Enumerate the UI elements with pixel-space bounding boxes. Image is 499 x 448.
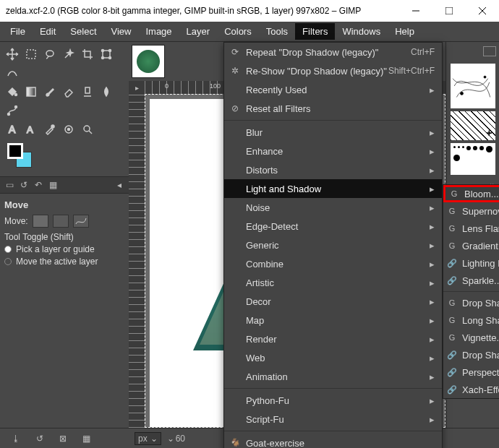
svg-point-7 — [102, 50, 104, 52]
radio-pick-layer[interactable]: Pick a layer or guide — [4, 244, 124, 254]
menu-item-combine[interactable]: Combine▸ — [224, 254, 442, 273]
ruler-vertical[interactable] — [129, 94, 145, 428]
submenu-item-sparkle[interactable]: 🔗Sparkle... — [443, 272, 499, 289]
menu-item-animation[interactable]: Animation▸ — [224, 367, 442, 386]
move-mode-path[interactable] — [73, 215, 89, 228]
brush-icon[interactable] — [41, 83, 59, 100]
color-swatches[interactable] — [7, 143, 33, 169]
menu-item-decor[interactable]: Decor▸ — [224, 292, 442, 311]
menu-item-reset-all-filters[interactable]: ⊘Reset all Filters — [224, 99, 442, 118]
minimize-button[interactable] — [399, 0, 432, 22]
menu-item-web[interactable]: Web▸ — [224, 348, 442, 367]
menu-colors[interactable]: Colors — [217, 23, 259, 40]
transform-icon[interactable] — [98, 46, 115, 63]
submenu-item-lighting-effects[interactable]: 🔗Lighting Effects... — [443, 254, 499, 272]
submenu-item-perspective[interactable]: 🔗Perspective... — [443, 363, 499, 381]
menu-item-python-fu[interactable]: Python-Fu▸ — [224, 391, 442, 410]
radio-move-active[interactable]: Move the active layer — [4, 257, 124, 267]
status-save-icon[interactable]: ⭳ — [12, 434, 20, 444]
submenu-item-vignette[interactable]: GVignette... — [443, 329, 499, 346]
menu-item-render[interactable]: Render▸ — [224, 329, 442, 348]
menu-item-edge-detect[interactable]: Edge-Detect▸ — [224, 217, 442, 236]
menu-item-distorts[interactable]: Distorts▸ — [224, 160, 442, 179]
gegl-icon: G — [449, 189, 459, 198]
gradient-icon[interactable] — [22, 83, 40, 100]
menu-filters[interactable]: Filters — [295, 23, 335, 40]
close-button[interactable] — [466, 0, 499, 22]
submenu-item-xach-effect[interactable]: 🔗Xach-Effect... — [443, 381, 499, 398]
menu-edit[interactable]: Edit — [33, 23, 63, 40]
menu-layer[interactable]: Layer — [179, 23, 218, 40]
chevron-right-icon: ▸ — [430, 240, 435, 251]
tab-tool-options-icon[interactable]: ▭ — [3, 178, 16, 191]
pattern-preview[interactable]: + — [451, 111, 495, 140]
chevron-right-icon: ▸ — [430, 221, 435, 232]
move-mode-selection[interactable] — [53, 215, 69, 228]
menu-windows[interactable]: Windows — [335, 23, 388, 40]
menu-tools[interactable]: Tools — [259, 23, 295, 40]
image-tab-thumb[interactable] — [132, 45, 165, 78]
picker-icon[interactable] — [41, 121, 59, 138]
tab-images-icon[interactable]: ▦ — [46, 178, 59, 191]
menu-item-recently-used[interactable]: Recently Used▸ — [224, 80, 442, 99]
clone-icon[interactable] — [79, 83, 96, 100]
chevron-right-icon: ▸ — [430, 315, 435, 326]
bucket-icon[interactable] — [4, 83, 21, 100]
tab-undo-icon[interactable]: ↶ — [32, 178, 45, 191]
submenu-item-drop-shadow-legacy[interactable]: 🔗Drop Shadow (legacy)... — [443, 346, 499, 363]
smudge-icon[interactable] — [98, 83, 115, 100]
menu-item-goat-exercise[interactable]: 🐐Goat-exercise — [224, 434, 442, 448]
menu-item-light-and-shadow[interactable]: Light and Shadow▸ — [224, 179, 442, 198]
menu-select[interactable]: Select — [63, 23, 103, 40]
submenu-item-lens-flare[interactable]: GLens Flare... — [443, 220, 499, 237]
zoom-icon[interactable] — [79, 121, 96, 138]
svg-point-22 — [460, 92, 463, 95]
fg-color-swatch[interactable] — [7, 143, 23, 159]
menu-help[interactable]: Help — [388, 23, 422, 40]
submenu-item-gradient-flare[interactable]: GGradient Flare... — [443, 237, 499, 254]
menu-image[interactable]: Image — [138, 23, 179, 40]
ruler-toggle-icon[interactable]: ▸ — [129, 81, 145, 94]
status-refresh-icon[interactable]: ↺ — [36, 434, 43, 444]
submenu-item-drop-shadow[interactable]: GDrop Shadow... — [443, 294, 499, 311]
maximize-button[interactable] — [432, 0, 466, 22]
warp-icon[interactable] — [4, 64, 21, 82]
svg-point-15 — [15, 106, 17, 108]
zoom-control[interactable]: ⌄ 60 — [167, 434, 185, 444]
text2-icon[interactable]: A — [22, 121, 40, 138]
menu-item-generic[interactable]: Generic▸ — [224, 236, 442, 254]
submenu-item-supernova[interactable]: GSupernova... — [443, 202, 499, 220]
submenu-item-long-shadow[interactable]: GLong Shadow... — [443, 311, 499, 329]
status-grid-icon[interactable]: ▦ — [82, 434, 90, 444]
path-icon[interactable] — [4, 102, 21, 119]
eraser-icon[interactable] — [60, 83, 77, 100]
submenu-item-bloom[interactable]: GBloom... — [443, 185, 499, 202]
lasso-icon[interactable] — [41, 46, 59, 63]
menu-file[interactable]: File — [3, 23, 33, 40]
tab-device-icon[interactable]: ↺ — [17, 178, 30, 191]
status-delete-icon[interactable]: ⊠ — [59, 434, 67, 444]
menu-item-script-fu[interactable]: Script-Fu▸ — [224, 410, 442, 428]
tab-menu-icon[interactable]: ◂ — [113, 178, 126, 191]
measure-icon[interactable] — [60, 121, 77, 138]
menu-item-re-show-drop-shadow-legacy[interactable]: ✲Re-Show "Drop Shadow (legacy)"Shift+Ctr… — [224, 61, 442, 80]
wand-icon[interactable] — [60, 46, 77, 63]
chevron-right-icon: ▸ — [430, 259, 435, 270]
menu-view[interactable]: View — [104, 23, 139, 40]
menu-item-blur[interactable]: Blur▸ — [224, 123, 442, 142]
move-mode-layer[interactable] — [33, 215, 48, 228]
chevron-right-icon: ▸ — [430, 202, 435, 213]
menu-item-map[interactable]: Map▸ — [224, 311, 442, 329]
crop-icon[interactable] — [79, 46, 96, 63]
menu-item-enhance[interactable]: Enhance▸ — [224, 142, 442, 160]
rect-select-icon[interactable] — [22, 46, 40, 63]
move-tool-icon[interactable] — [4, 46, 21, 63]
text-icon[interactable]: A — [4, 121, 21, 138]
dock-config-icon[interactable] — [483, 46, 496, 56]
brush-preview[interactable] — [451, 64, 495, 108]
brush-grid[interactable] — [451, 143, 495, 175]
menu-item-repeat-drop-shadow-legacy[interactable]: ⟳Repeat "Drop Shadow (legacy)"Ctrl+F — [224, 43, 442, 61]
menu-item-noise[interactable]: Noise▸ — [224, 198, 442, 217]
menu-item-artistic[interactable]: Artistic▸ — [224, 273, 442, 292]
unit-select[interactable]: px ⌄ — [135, 432, 161, 445]
